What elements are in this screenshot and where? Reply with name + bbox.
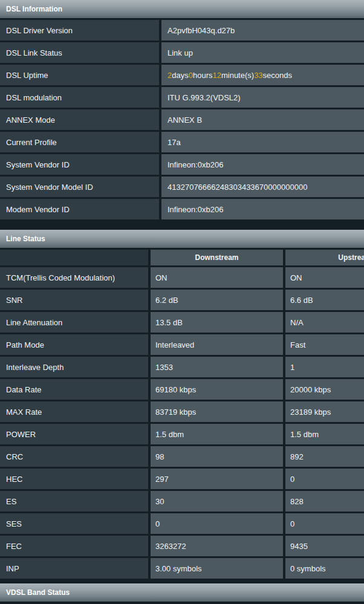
table-row: DSL Link StatusLink up [0, 42, 364, 63]
row-value-downstream: 1.5 dbm [151, 424, 283, 444]
row-label: MAX Rate [0, 401, 148, 422]
dsl-information-section: DSL Information DSL Driver VersionA2pvfb… [0, 0, 364, 219]
uptime-number: 33 [254, 71, 262, 80]
row-label: SNR [0, 290, 148, 310]
row-label: DSL Driver Version [0, 20, 159, 41]
row-value-downstream: 0 [151, 513, 283, 534]
row-value-upstream: 23189 kbps [285, 401, 364, 422]
row-value: A2pvfbH043q.d27b [161, 20, 364, 41]
uptime-number: 12 [212, 71, 221, 80]
uptime-unit: minute(s) [221, 71, 254, 80]
vdsl-band-status-section: VDSL Band Status [0, 583, 364, 602]
line-status-column-header-row: DownstreamUpstream [0, 250, 364, 265]
row-value-upstream: 892 [285, 446, 364, 467]
row-value-downstream: 3.00 symbols [151, 558, 283, 579]
table-row: System Vendor Model ID413270766662483034… [0, 177, 364, 197]
row-value-upstream: 6.6 dB [285, 290, 364, 310]
row-label: System Vendor Model ID [0, 177, 159, 197]
table-row: ANNEX ModeANNEX B [0, 109, 364, 130]
uptime-number: 2 [167, 71, 172, 80]
row-label: System Vendor ID [0, 154, 159, 175]
row-label: Interleave Depth [0, 357, 148, 377]
section-header-dsl-information: DSL Information [0, 0, 364, 19]
row-value: ANNEX B [161, 109, 364, 130]
table-row: Line Attenuation13.5 dBN/A [0, 312, 364, 333]
dsl-information-table: DSL Driver VersionA2pvfbH043q.d27bDSL Li… [0, 20, 364, 219]
table-row: Modem Vendor IDInfineon:0xb206 [0, 199, 364, 219]
row-value: Link up [161, 42, 364, 63]
row-label: CRC [0, 446, 148, 467]
row-value-downstream: 1353 [151, 357, 283, 377]
column-header-blank [0, 250, 148, 265]
table-row: INP3.00 symbols0 symbols [0, 558, 364, 579]
dsl-status-page: DSL Information DSL Driver VersionA2pvfb… [0, 0, 364, 604]
row-value-downstream: 297 [151, 469, 283, 489]
column-header-downstream: Downstream [151, 250, 283, 265]
row-label: DSL Link Status [0, 42, 159, 63]
line-status-table: TCM(Trellis Coded Modulation)ONONSNR6.2 … [0, 267, 364, 579]
row-label: DSL Uptime [0, 65, 159, 85]
uptime-unit: days [172, 71, 188, 80]
row-label: SES [0, 513, 148, 534]
row-label: ES [0, 491, 148, 511]
table-row: Path ModeInterleavedFast [0, 334, 364, 355]
row-value-downstream: 98 [151, 446, 283, 467]
row-value-upstream: 0 symbols [285, 558, 364, 579]
row-value-upstream: 1.5 dbm [285, 424, 364, 444]
row-label: FEC [0, 536, 148, 556]
row-value-upstream: ON [285, 267, 364, 288]
table-row: FEC32632729435 [0, 536, 364, 556]
table-row: DSL Uptime2 days 0 hours 12 minute(s) 33… [0, 65, 364, 85]
row-value-upstream: Fast [285, 334, 364, 355]
column-header-upstream: Upstream [285, 250, 364, 265]
row-value-downstream: 30 [151, 491, 283, 511]
table-row: MAX Rate83719 kbps23189 kbps [0, 401, 364, 422]
row-value-downstream: Interleaved [151, 334, 283, 355]
table-row: ES30828 [0, 491, 364, 511]
table-row: System Vendor IDInfineon:0xb206 [0, 154, 364, 175]
table-row: POWER1.5 dbm1.5 dbm [0, 424, 364, 444]
row-value-upstream: 0 [285, 513, 364, 534]
section-header-vdsl-band-status: VDSL Band Status [0, 583, 364, 602]
table-row: HEC2970 [0, 469, 364, 489]
row-label: ANNEX Mode [0, 109, 159, 130]
table-row: SNR6.2 dB6.6 dB [0, 290, 364, 310]
section-gap [0, 221, 364, 230]
section-title: VDSL Band Status [6, 588, 70, 597]
table-row: DSL Driver VersionA2pvfbH043q.d27b [0, 20, 364, 41]
row-value-upstream: 828 [285, 491, 364, 511]
row-value-upstream: 9435 [285, 536, 364, 556]
row-value-downstream: 69180 kbps [151, 379, 283, 400]
row-label: INP [0, 558, 148, 579]
row-value: 41327076666248303433670000000000 [161, 177, 364, 197]
table-row: CRC98892 [0, 446, 364, 467]
row-label: Path Mode [0, 334, 148, 355]
row-value: Infineon:0xb206 [161, 154, 364, 175]
table-row: SES00 [0, 513, 364, 534]
row-value-downstream: 6.2 dB [151, 290, 283, 310]
line-status-section: Line Status DownstreamUpstream TCM(Trell… [0, 230, 364, 579]
section-header-line-status: Line Status [0, 230, 364, 248]
section-title: Line Status [6, 235, 45, 243]
row-value-downstream: ON [151, 267, 283, 288]
row-label: TCM(Trellis Coded Modulation) [0, 267, 148, 288]
row-label: POWER [0, 424, 148, 444]
row-label: Modem Vendor ID [0, 199, 159, 219]
row-value-upstream: N/A [285, 312, 364, 333]
row-label: Data Rate [0, 379, 148, 400]
table-row: TCM(Trellis Coded Modulation)ONON [0, 267, 364, 288]
uptime-number: 0 [189, 71, 193, 80]
row-label: DSL modulation [0, 87, 159, 108]
row-value-upstream: 1 [285, 357, 364, 377]
row-value-downstream: 83719 kbps [151, 401, 283, 422]
row-value-upstream: 20000 kbps [285, 379, 364, 400]
row-value: ITU G.993.2(VDSL2) [161, 87, 364, 108]
row-label: Current Profile [0, 132, 159, 152]
table-row: Current Profile17a [0, 132, 364, 152]
row-value: 17a [161, 132, 364, 152]
table-row: Interleave Depth13531 [0, 357, 364, 377]
uptime-unit: hours [193, 71, 213, 80]
row-label: HEC [0, 469, 148, 489]
row-value-downstream: 3263272 [151, 536, 283, 556]
row-value-upstream: 0 [285, 469, 364, 489]
